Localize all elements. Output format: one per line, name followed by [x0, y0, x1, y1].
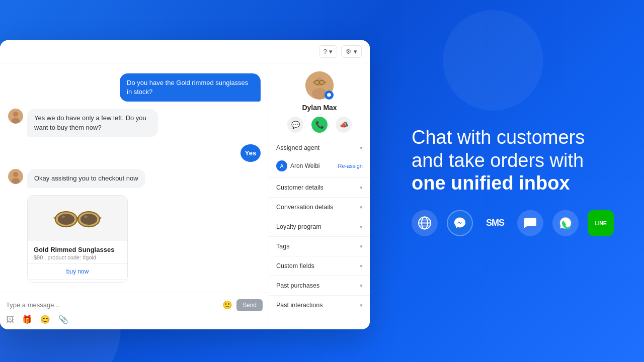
conversation-details-chevron: ▾ — [360, 204, 363, 211]
svg-line-21 — [325, 82, 326, 82]
tags-chevron: ▾ — [360, 243, 363, 250]
agent-avatar-msg2 — [8, 169, 23, 184]
top-bar: ? ▾ ⚙ ▾ — [0, 40, 370, 63]
past-purchases-section: Past purchases ▾ — [269, 276, 370, 296]
custom-fields-label: Custom fields — [276, 262, 314, 269]
message-input[interactable] — [6, 298, 218, 312]
past-purchases-chevron: ▾ — [360, 283, 363, 289]
chat-input-area: 🙂 Send 🖼 🎁 😊 📎 — [0, 293, 269, 329]
agent-row: A Aron Weibi Re-assign — [276, 160, 363, 171]
settings-button[interactable]: ⚙ ▾ — [341, 45, 362, 58]
agent-name: Aron Weibi — [290, 162, 319, 169]
product-name: Gold Rimmed Sunglasses — [34, 246, 121, 253]
assigned-agent-section: Assigned agent ▾ A Aron Weibi Re-assign — [269, 138, 370, 178]
globe-channel-icon — [412, 210, 438, 236]
phone-action-icon[interactable]: 📞 — [311, 117, 328, 133]
assigned-agent-header[interactable]: Assigned agent ▾ — [269, 138, 370, 157]
loyalty-program-label: Loyalty program — [276, 223, 321, 230]
view-details-button[interactable]: view details — [28, 280, 127, 283]
heading-line2: and take orders with — [412, 149, 584, 170]
chat-action-icon[interactable]: 💬 — [287, 117, 303, 133]
chat-area: Do you have the Gold rimmed sunglasses i… — [0, 63, 269, 329]
svg-point-5 — [12, 178, 20, 184]
past-interactions-chevron: ▾ — [360, 302, 363, 309]
tags-section: Tags ▾ — [269, 237, 370, 256]
assigned-agent-label: Assigned agent — [276, 144, 319, 151]
message-bubble-right: Do you have the Gold rimmed sunglasses i… — [120, 73, 261, 102]
sms-channel-icon: SMS — [482, 210, 508, 236]
conversation-details-label: Conversation details — [276, 204, 333, 211]
past-interactions-header[interactable]: Past interactions ▾ — [269, 296, 370, 315]
send-button[interactable]: Send — [236, 299, 263, 311]
megaphone-action-icon[interactable]: 📣 — [336, 117, 352, 133]
help-icon: ? — [324, 48, 327, 55]
svg-point-7 — [58, 214, 74, 225]
user-profile: Dylan Max 💬 📞 📣 — [269, 63, 370, 138]
customer-details-header[interactable]: Customer details ▾ — [269, 178, 370, 197]
past-purchases-label: Past purchases — [276, 282, 319, 289]
loyalty-program-section: Loyalty program ▾ — [269, 217, 370, 237]
loyalty-chevron: ▾ — [360, 224, 363, 230]
main-content: Do you have the Gold rimmed sunglasses i… — [0, 63, 370, 329]
message-2: Yes we do have only a few left. Do you w… — [8, 109, 261, 137]
heading-bold: one unified inbox — [412, 172, 570, 194]
message-bubble-left-2: Okay assisting you to checkout now — [27, 169, 145, 188]
custom-fields-header[interactable]: Custom fields ▾ — [269, 256, 370, 276]
svg-point-9 — [80, 214, 97, 225]
right-heading: Chat with customers and take orders with… — [412, 126, 614, 195]
gift-icon[interactable]: 🎁 — [22, 315, 32, 324]
customer-details-chevron: ▾ — [360, 185, 363, 191]
whatsapp-channel-icon — [552, 210, 579, 236]
past-purchases-header[interactable]: Past purchases ▾ — [269, 276, 370, 295]
image-upload-icon[interactable]: 🖼 — [6, 315, 14, 324]
messenger-channel-icon — [447, 210, 473, 236]
user-actions: 💬 📞 📣 — [287, 117, 352, 133]
channel-icons: SMS LINE — [412, 210, 614, 236]
settings-chevron: ▾ — [354, 48, 357, 55]
loyalty-program-header[interactable]: Loyalty program ▾ — [269, 217, 370, 236]
tags-header[interactable]: Tags ▾ — [269, 237, 370, 256]
product-image — [28, 196, 127, 241]
bg-decoration-2 — [443, 10, 543, 111]
custom-fields-section: Custom fields ▾ — [269, 256, 370, 276]
past-interactions-label: Past interactions — [276, 302, 323, 309]
attachment-icon[interactable]: 📎 — [58, 315, 68, 324]
past-interactions-section: Past interactions ▾ — [269, 296, 370, 315]
conversation-details-header[interactable]: Conversation details ▾ — [269, 198, 370, 217]
reassign-button[interactable]: Re-assign — [338, 163, 363, 169]
chat-toolbar: 🖼 🎁 😊 📎 — [6, 312, 263, 324]
right-content: Chat with customers and take orders with… — [412, 126, 614, 236]
buy-now-button[interactable]: buy now — [28, 264, 127, 280]
yes-badge: Yes — [240, 144, 261, 162]
agent-small-avatar: A — [276, 160, 287, 171]
svg-point-2 — [12, 118, 20, 124]
product-price: $90 . product code: #gold — [34, 254, 121, 260]
user-name: Dylan Max — [302, 104, 337, 112]
emoji-button[interactable]: 🙂 — [222, 300, 232, 310]
assigned-agent-content: A Aron Weibi Re-assign — [269, 157, 370, 177]
emoji2-icon[interactable]: 😊 — [40, 315, 50, 324]
user-avatar-container — [305, 71, 334, 100]
help-chevron: ▾ — [329, 48, 333, 55]
message-4: Okay assisting you to checkout now — [8, 169, 261, 188]
product-actions: buy now view details — [28, 263, 127, 283]
conversation-details-section: Conversation details ▾ — [269, 198, 370, 217]
right-panel: Dylan Max 💬 📞 📣 Assigned agent ▾ A — [269, 63, 370, 329]
svg-point-1 — [13, 112, 18, 117]
tags-label: Tags — [276, 243, 289, 250]
imessage-channel-icon — [517, 210, 543, 236]
agent-avatar-msg — [8, 109, 23, 124]
messenger-badge — [325, 90, 334, 100]
customer-details-label: Customer details — [276, 184, 324, 191]
heading-line1: Chat with customers — [412, 127, 585, 148]
message-bubble-left: Yes we do have only a few left. Do you w… — [27, 109, 158, 137]
svg-line-20 — [313, 82, 314, 82]
line-channel-icon: LINE — [588, 210, 614, 236]
help-button[interactable]: ? ▾ — [319, 45, 337, 58]
chat-input-row: 🙂 Send — [6, 298, 263, 312]
message-1: Do you have the Gold rimmed sunglasses i… — [8, 73, 261, 102]
agent-info: A Aron Weibi — [276, 160, 319, 171]
chat-messages: Do you have the Gold rimmed sunglasses i… — [0, 63, 269, 293]
assigned-agent-chevron: ▾ — [360, 145, 363, 151]
product-info: Gold Rimmed Sunglasses $90 . product cod… — [28, 241, 127, 263]
